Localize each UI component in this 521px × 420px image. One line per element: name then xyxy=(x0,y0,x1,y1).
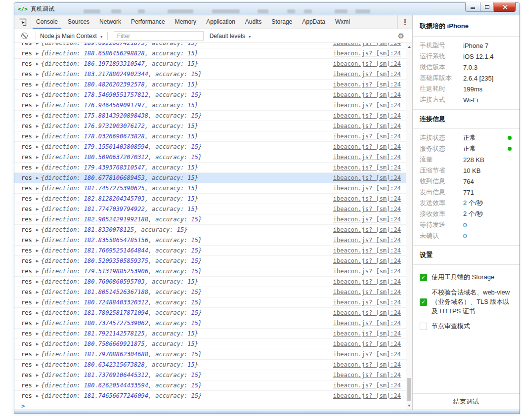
expand-caret-icon[interactable] xyxy=(36,279,39,284)
scroll-up-arrow-icon[interactable] xyxy=(406,44,412,50)
close-button[interactable] xyxy=(494,2,516,12)
source-link[interactable]: ibeacon.js? [sm]:24 xyxy=(333,195,401,202)
expand-caret-icon[interactable] xyxy=(36,196,39,201)
source-link[interactable]: ibeacon.js? [sm]:24 xyxy=(333,361,401,368)
minimize-button[interactable] xyxy=(465,2,480,12)
expand-caret-icon[interactable] xyxy=(36,113,39,118)
tab-wxml[interactable]: Wxml xyxy=(332,15,353,29)
source-link[interactable]: ibeacon.js? [sm]:24 xyxy=(333,206,401,212)
end-debug-button[interactable]: 结束调试 xyxy=(413,393,520,410)
execution-context-selector[interactable]: Node.js Main Context xyxy=(40,33,103,40)
source-link[interactable]: ibeacon.js? [sm]:24 xyxy=(333,351,401,358)
titlebar[interactable]: </> 真机调试 xyxy=(14,3,520,15)
expand-caret-icon[interactable] xyxy=(36,383,39,388)
expand-caret-icon[interactable] xyxy=(36,61,39,66)
gear-icon[interactable] xyxy=(398,32,404,41)
source-link[interactable]: ibeacon.js? [sm]:24 xyxy=(333,330,401,337)
expand-caret-icon[interactable] xyxy=(36,258,39,263)
expand-caret-icon[interactable] xyxy=(36,134,39,139)
expand-caret-icon[interactable] xyxy=(36,248,39,253)
tab-sources[interactable]: Sources xyxy=(64,15,93,29)
expand-caret-icon[interactable] xyxy=(36,290,39,294)
source-link[interactable]: ibeacon.js? [sm]:24 xyxy=(333,268,401,275)
more-menu-button[interactable] xyxy=(397,15,412,29)
expand-caret-icon[interactable] xyxy=(36,217,39,222)
source-link[interactable]: ibeacon.js? [sm]:24 xyxy=(333,372,401,378)
expand-caret-icon[interactable] xyxy=(36,341,39,346)
expand-caret-icon[interactable] xyxy=(36,155,39,160)
expand-caret-icon[interactable] xyxy=(36,269,39,274)
clear-console-button[interactable] xyxy=(21,33,28,39)
source-link[interactable]: ibeacon.js? [sm]:24 xyxy=(333,102,401,109)
tab-network[interactable]: Network xyxy=(96,15,125,29)
maximize-button[interactable] xyxy=(480,2,494,12)
tab-audits[interactable]: Audits xyxy=(242,15,265,29)
source-link[interactable]: ibeacon.js? [sm]:24 xyxy=(333,143,401,150)
expand-caret-icon[interactable] xyxy=(36,352,39,357)
expand-caret-icon[interactable] xyxy=(36,227,39,232)
scroll-down-arrow-icon[interactable] xyxy=(406,403,412,409)
expand-caret-icon[interactable] xyxy=(36,300,39,305)
tab-appdata[interactable]: AppData xyxy=(299,15,329,29)
console-scrollbar[interactable] xyxy=(406,43,412,410)
expand-caret-icon[interactable] xyxy=(36,124,39,128)
checkbox-unchecked[interactable] xyxy=(420,323,427,330)
tab-performance[interactable]: Performance xyxy=(128,15,169,29)
expand-caret-icon[interactable] xyxy=(36,207,39,211)
expand-caret-icon[interactable] xyxy=(36,321,39,326)
source-link[interactable]: ibeacon.js? [sm]:24 xyxy=(333,43,401,46)
checkbox-checked[interactable] xyxy=(420,274,427,281)
tab-storage[interactable]: Storage xyxy=(268,15,296,29)
source-link[interactable]: ibeacon.js? [sm]:24 xyxy=(333,382,401,389)
source-link[interactable]: ibeacon.js? [sm]:24 xyxy=(333,216,401,223)
source-link[interactable]: ibeacon.js? [sm]:24 xyxy=(333,226,401,233)
source-link[interactable]: ibeacon.js? [sm]:24 xyxy=(333,299,401,306)
expand-caret-icon[interactable] xyxy=(36,103,39,108)
tab-memory[interactable]: Memory xyxy=(172,15,200,29)
expand-caret-icon[interactable] xyxy=(36,362,39,367)
expand-caret-icon[interactable] xyxy=(36,144,39,149)
console-prompt[interactable] xyxy=(14,401,406,410)
source-link[interactable]: ibeacon.js? [sm]:24 xyxy=(333,278,401,285)
expand-caret-icon[interactable] xyxy=(36,51,39,56)
expand-caret-icon[interactable] xyxy=(36,165,39,170)
tab-console[interactable]: Console xyxy=(33,15,61,29)
source-link[interactable]: ibeacon.js? [sm]:24 xyxy=(333,60,401,67)
source-link[interactable]: ibeacon.js? [sm]:24 xyxy=(333,289,401,295)
source-link[interactable]: ibeacon.js? [sm]:24 xyxy=(333,174,401,181)
source-link[interactable]: ibeacon.js? [sm]:24 xyxy=(333,91,401,98)
source-link[interactable]: ibeacon.js? [sm]:24 xyxy=(333,133,401,140)
expand-caret-icon[interactable] xyxy=(36,373,39,378)
expand-caret-icon[interactable] xyxy=(36,393,39,398)
source-link[interactable]: ibeacon.js? [sm]:24 xyxy=(333,320,401,327)
source-link[interactable]: ibeacon.js? [sm]:24 xyxy=(333,247,401,254)
source-link[interactable]: ibeacon.js? [sm]:24 xyxy=(333,309,401,316)
expand-caret-icon[interactable] xyxy=(36,186,39,191)
expand-caret-icon[interactable] xyxy=(36,310,39,315)
expand-caret-icon[interactable] xyxy=(36,175,39,180)
source-link[interactable]: ibeacon.js? [sm]:24 xyxy=(333,185,401,192)
checkbox-checked[interactable] xyxy=(420,298,427,306)
expand-caret-icon[interactable] xyxy=(36,238,39,243)
source-link[interactable]: ibeacon.js? [sm]:24 xyxy=(333,71,401,78)
expand-caret-icon[interactable] xyxy=(36,72,39,77)
expand-caret-icon[interactable] xyxy=(36,331,39,336)
tab-application[interactable]: Application xyxy=(203,15,239,29)
filter-input[interactable] xyxy=(114,31,204,41)
expand-caret-icon[interactable] xyxy=(36,92,39,97)
source-link[interactable]: ibeacon.js? [sm]:24 xyxy=(333,81,401,88)
log-levels-selector[interactable]: Default levels xyxy=(210,33,252,40)
source-link[interactable]: ibeacon.js? [sm]:24 xyxy=(333,237,401,244)
source-link[interactable]: ibeacon.js? [sm]:24 xyxy=(333,154,401,161)
source-link[interactable]: ibeacon.js? [sm]:24 xyxy=(333,164,401,171)
expand-caret-icon[interactable] xyxy=(36,43,39,45)
inspect-element-button[interactable] xyxy=(14,15,31,29)
source-link[interactable]: ibeacon.js? [sm]:24 xyxy=(333,257,401,264)
expand-caret-icon[interactable] xyxy=(36,82,39,87)
source-link[interactable]: ibeacon.js? [sm]:24 xyxy=(333,123,401,129)
scrollbar-thumb[interactable] xyxy=(407,378,411,401)
source-link[interactable]: ibeacon.js? [sm]:24 xyxy=(333,392,401,399)
source-link[interactable]: ibeacon.js? [sm]:24 xyxy=(333,340,401,347)
source-link[interactable]: ibeacon.js? [sm]:24 xyxy=(333,112,401,119)
source-link[interactable]: ibeacon.js? [sm]:24 xyxy=(333,50,401,57)
